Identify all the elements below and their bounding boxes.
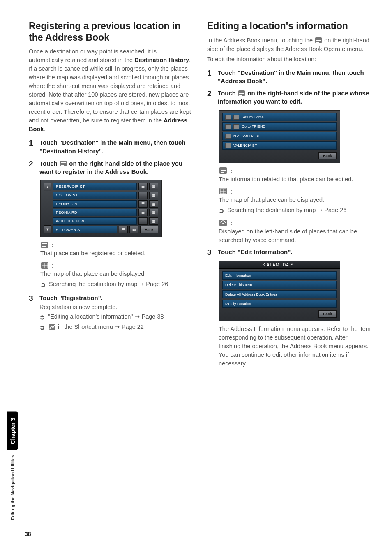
ref-shortcut-menu: ➲ in the Shortcut menu ➞ Page 22 xyxy=(39,323,192,332)
list-item[interactable]: Return Home xyxy=(222,113,337,121)
back-button[interactable]: Back xyxy=(140,226,158,233)
menu-item-delete-this[interactable]: Delete This Item xyxy=(222,281,337,289)
chapter-sidebar: Chapter 3 Editing the Navigation Utiliti… xyxy=(7,412,18,520)
left-step3-text: Touch "Registration". xyxy=(39,294,192,302)
list-item[interactable]: N ALAMEDA ST xyxy=(222,132,337,140)
place-label[interactable]: PEONY CIR xyxy=(53,200,137,208)
svg-rect-13 xyxy=(221,169,226,169)
list-edit-icon xyxy=(219,167,227,174)
svg-rect-14 xyxy=(221,170,226,171)
edit-icon-button[interactable]: ☰ xyxy=(138,192,148,199)
list-item: PEONIA RD ☰ ▦ xyxy=(53,209,158,216)
edit-icon-button[interactable]: ☰ xyxy=(138,217,148,225)
scroll-up-button[interactable]: ▲ xyxy=(44,183,51,191)
map-icon-button[interactable]: ▦ xyxy=(149,192,158,199)
svg-rect-8 xyxy=(316,40,321,41)
place-label[interactable]: S FLOWER ST xyxy=(53,226,117,233)
voice-icon xyxy=(225,124,231,129)
edit-icon-button[interactable]: ☰ xyxy=(138,183,148,190)
left-intro: Once a destination or way point is searc… xyxy=(29,47,192,134)
ref-text: Searching the destination by map ➞ Page … xyxy=(49,280,168,289)
ref-arrow-icon: ➲ xyxy=(39,312,45,322)
ref-search-by-map: ➲ Searching the destination by map ➞ Pag… xyxy=(219,206,371,215)
voice-icon xyxy=(225,134,231,139)
svg-point-17 xyxy=(222,223,224,224)
voice-icon xyxy=(225,143,231,148)
svg-rect-1 xyxy=(61,164,66,164)
intro-part-b: . If a search is canceled while still in… xyxy=(29,57,191,124)
legend-colon: : xyxy=(52,262,54,269)
place-label[interactable]: COLTON ST xyxy=(53,192,137,199)
left-step-2: 2 Touch on the right-hand side of the pl… xyxy=(29,159,192,176)
menu-label: Edit Information xyxy=(225,273,251,277)
list-item: COLTON ST ☰ ▦ xyxy=(53,192,158,199)
step-number: 2 xyxy=(29,159,35,176)
svg-rect-12 xyxy=(239,95,242,96)
ref-text: in the Shortcut menu ➞ Page 22 xyxy=(48,323,144,331)
register-icon xyxy=(49,324,55,330)
left-column: Registering a previous location in the A… xyxy=(29,21,192,373)
right-step-3: 3 Touch "Edit Information". xyxy=(207,248,371,257)
svg-rect-10 xyxy=(239,92,244,92)
right-intro-a: In the Address Book menu, touching the xyxy=(207,37,314,44)
map-icon-button[interactable]: ▦ xyxy=(149,183,158,190)
destination-history-screenshot: ▲ ▼ RESERVOIR ST ☰ ▦ COLTON ST xyxy=(40,180,162,237)
map-icon-button[interactable]: ▦ xyxy=(149,209,158,216)
map-icon-button[interactable]: ▦ xyxy=(129,226,138,233)
voice-icon xyxy=(225,115,231,120)
place-label: Return Home xyxy=(242,115,264,119)
place-label[interactable]: RESERVOIR ST xyxy=(53,183,137,190)
menu-label: Modify Location xyxy=(225,302,251,306)
voice-icon-desc: Displayed on the left-hand side of place… xyxy=(219,227,371,245)
back-button[interactable]: Back xyxy=(318,310,337,318)
right-steps-cont: 3 Touch "Edit Information". xyxy=(207,248,371,257)
chapter-title: Editing the Navigation Utilities xyxy=(10,455,15,520)
menu-item-edit-information[interactable]: Edit Information xyxy=(222,271,337,280)
legend-colon: : xyxy=(230,220,232,226)
map-icon-button[interactable]: ▦ xyxy=(149,200,158,208)
edit-icon-desc: That place can be registered or deleted. xyxy=(40,249,192,258)
intro-part-c: . xyxy=(44,126,45,132)
left-step1-text: Touch "Destination" in the Main menu, th… xyxy=(39,139,192,155)
edit-icon-legend: : xyxy=(219,167,371,174)
right-step1-text: Touch "Destination" in the Main menu, th… xyxy=(218,69,371,86)
map-icon-desc: The map of that place can be displayed. xyxy=(40,270,192,278)
menu-item-modify-location[interactable]: Modify Location xyxy=(222,300,337,308)
list-item[interactable]: Go to FRIEND xyxy=(222,122,337,131)
list-item: S FLOWER ST ☰ ▦ Back xyxy=(53,226,158,233)
right-column: Editing a location's information In the … xyxy=(207,21,371,373)
right-post-text: The Address Information menu appears. Re… xyxy=(219,325,371,368)
left-steps: 1 Touch "Destination" in the Main menu, … xyxy=(29,139,192,176)
list-item: PEONY CIR ☰ ▦ xyxy=(53,200,158,208)
place-label[interactable]: PEONIA RD xyxy=(53,209,137,216)
legend-colon: : xyxy=(230,188,232,195)
map-icon-legend: : xyxy=(219,188,371,195)
list-edit-icon xyxy=(315,37,322,43)
edit-icon-button[interactable]: ☰ xyxy=(138,200,148,208)
home-icon xyxy=(233,115,239,120)
svg-rect-15 xyxy=(221,172,224,173)
edit-icon-button[interactable]: ☰ xyxy=(119,226,128,233)
list-edit-icon xyxy=(41,242,48,248)
place-label: VALENCIA ST xyxy=(233,143,257,148)
voice-icon-legend: : xyxy=(219,220,371,226)
list-item: RESERVOIR ST ☰ ▦ xyxy=(53,183,158,190)
step-number: 1 xyxy=(29,139,35,155)
place-label[interactable]: WHITTIER BLVD xyxy=(53,217,137,225)
edit-icon-legend: : xyxy=(40,241,192,248)
list-item[interactable]: VALENCIA ST xyxy=(222,141,337,150)
ref-search-by-map: ➲ Searching the destination by map ➞ Pag… xyxy=(40,280,192,289)
right-step2-text: Touch on the right-hand side of the plac… xyxy=(218,89,371,106)
menu-item-delete-all[interactable]: Delete All Address Book Entries xyxy=(222,290,337,298)
left-step-1: 1 Touch "Destination" in the Main menu, … xyxy=(29,139,192,155)
map-icon xyxy=(41,262,48,269)
edit-icon-button[interactable]: ☰ xyxy=(138,209,148,216)
map-icon-desc: The map of that place can be displayed. xyxy=(219,196,371,204)
step2-a: Touch xyxy=(218,90,238,97)
back-button[interactable]: Back xyxy=(318,152,337,159)
scroll-down-button[interactable]: ▼ xyxy=(44,225,51,233)
ref-text: "Editing a location's information" ➞ Pag… xyxy=(48,312,164,321)
page: Registering a previous location in the A… xyxy=(0,0,392,557)
map-icon-button[interactable]: ▦ xyxy=(149,217,158,225)
right-step-2: 2 Touch on the right-hand side of the pl… xyxy=(207,89,371,106)
